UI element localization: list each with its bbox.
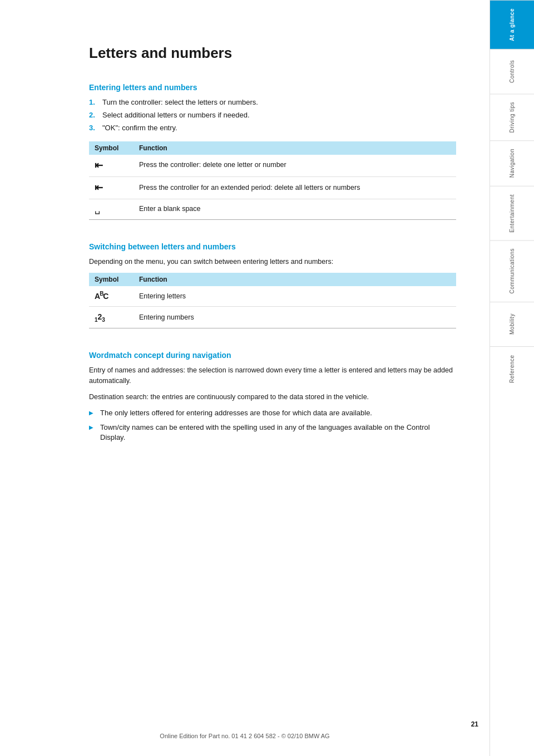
wordmatch-bullets: ▶ The only letters offered for entering … [89, 408, 456, 443]
symbol-delete-one: ⇤ [89, 155, 134, 177]
section-heading-wordmatch: Wordmatch concept during navigation [89, 351, 456, 360]
table1-col1-header: Symbol [89, 141, 134, 155]
sidebar-item-controls[interactable]: Controls [490, 49, 534, 94]
symbol-space: ␣ [89, 199, 134, 219]
table1-col2-header: Function [134, 141, 456, 155]
step-1-text: Turn the controller: select the letters … [102, 97, 258, 107]
sidebar-item-mobility[interactable]: Mobility [490, 302, 534, 346]
page-container: Letters and numbers Entering letters and… [0, 0, 534, 756]
step-2: 2. Select additional letters or numbers … [89, 110, 456, 120]
step-2-num: 2. [89, 110, 98, 120]
table2-col2-header: Function [134, 273, 456, 286]
page-title: Letters and numbers [89, 45, 456, 67]
sidebar-item-communications[interactable]: Communications [490, 240, 534, 301]
function-123: Entering numbers [134, 307, 456, 328]
sidebar: At a glance Controls Driving tips Naviga… [490, 0, 534, 756]
table-row: ⇤ Press the controller: delete one lette… [89, 155, 456, 177]
table2-col1-header: Symbol [89, 273, 134, 286]
symbol-123: 123 [89, 307, 134, 328]
sidebar-item-navigation[interactable]: Navigation [490, 140, 534, 185]
step-1-num: 1. [89, 97, 98, 107]
symbol-delete-all: ⇤ [89, 176, 134, 199]
function-delete-one: Press the controller: delete one letter … [134, 155, 456, 177]
triangle-icon-2: ▶ [89, 424, 96, 443]
table-row: ␣ Enter a blank space [89, 199, 456, 219]
step-1: 1. Turn the controller: select the lette… [89, 97, 456, 107]
separator-1 [89, 230, 456, 240]
triangle-icon-1: ▶ [89, 409, 96, 418]
function-space: Enter a blank space [134, 199, 456, 219]
bullet-1: ▶ The only letters offered for entering … [89, 408, 456, 418]
backspace-thin-icon: ⇤ [95, 182, 103, 193]
sidebar-item-driving-tips[interactable]: Driving tips [490, 94, 534, 140]
table-row: 123 Entering numbers [89, 307, 456, 328]
page-footer: Online Edition for Part no. 01 41 2 604 … [0, 733, 490, 739]
table-row: ⇤ Press the controller for an extended p… [89, 176, 456, 199]
separator-2 [89, 338, 456, 348]
step-3-num: 3. [89, 123, 98, 133]
wordmatch-body2: Destination search: the entries are cont… [89, 392, 456, 402]
page-number: 21 [471, 720, 478, 728]
space-bar-icon: ␣ [95, 204, 100, 214]
step-3-text: "OK": confirm the entry. [102, 123, 177, 133]
section-heading-switching: Switching between letters and numbers [89, 242, 456, 251]
wordmatch-body1: Entry of names and addresses: the select… [89, 365, 456, 386]
entering-steps-list: 1. Turn the controller: select the lette… [89, 97, 456, 134]
sidebar-item-entertainment[interactable]: Entertainment [490, 186, 534, 240]
switching-symbol-table: Symbol Function ABC Entering letters 123… [89, 273, 456, 328]
section-heading-entering: Entering letters and numbers [89, 83, 456, 92]
function-abc: Entering letters [134, 286, 456, 307]
table-row: ABC Entering letters [89, 286, 456, 307]
bullet-2: ▶ Town/city names can be entered with th… [89, 423, 456, 443]
function-delete-all: Press the controller for an extended per… [134, 176, 456, 199]
backspace-bold-icon: ⇤ [95, 160, 103, 171]
switching-body: Depending on the menu, you can switch be… [89, 257, 456, 267]
sidebar-item-reference[interactable]: Reference [490, 346, 534, 391]
bullet-2-text: Town/city names can be entered with the … [100, 423, 456, 443]
entering-symbol-table: Symbol Function ⇤ Press the controller: … [89, 141, 456, 220]
sidebar-item-at-a-glance[interactable]: At a glance [490, 0, 534, 49]
nums-icon: 123 [95, 312, 105, 321]
bullet-1-text: The only letters offered for entering ad… [100, 408, 372, 418]
abc-icon: ABC [95, 292, 108, 301]
symbol-abc: ABC [89, 286, 134, 307]
step-2-text: Select additional letters or numbers if … [102, 110, 250, 120]
step-3: 3. "OK": confirm the entry. [89, 123, 456, 133]
main-content: Letters and numbers Entering letters and… [0, 0, 490, 756]
